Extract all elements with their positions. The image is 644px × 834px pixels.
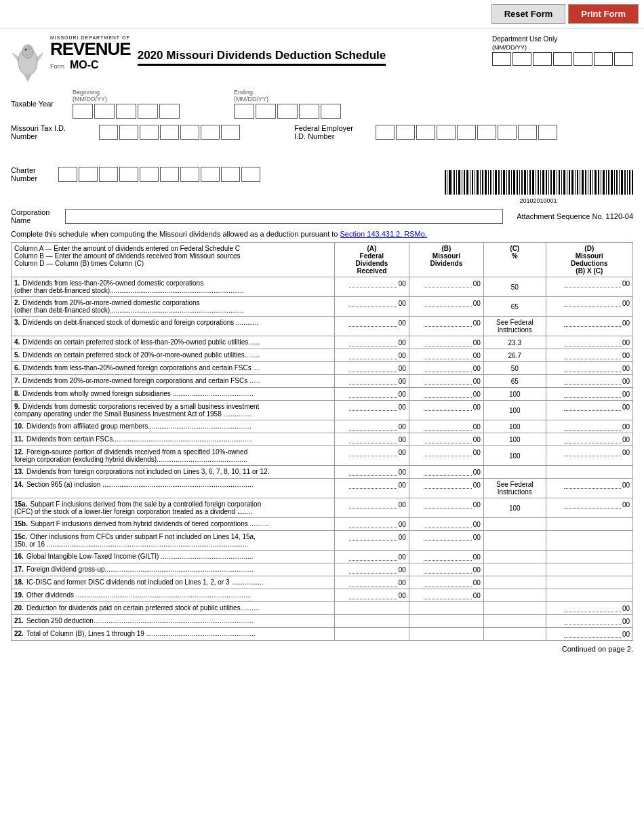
- input-a-16[interactable]: [349, 520, 397, 528]
- row-col-a-7[interactable]: 00: [334, 375, 409, 388]
- fed-id-box-4[interactable]: [437, 125, 456, 140]
- charter-box-8[interactable]: [201, 167, 220, 182]
- dept-box-3[interactable]: [533, 52, 552, 66]
- reset-button[interactable]: Reset Form: [491, 4, 566, 24]
- input-a-4[interactable]: [349, 338, 397, 346]
- row-col-d-5[interactable]: 00: [546, 349, 632, 362]
- row-col-b-1[interactable]: 00: [409, 277, 483, 297]
- row-col-a-14[interactable]: 00: [334, 479, 409, 498]
- input-b-9[interactable]: [424, 403, 472, 411]
- row-col-b-5[interactable]: 00: [409, 349, 483, 362]
- row-col-a-5[interactable]: 00: [334, 349, 409, 362]
- ending-box-2[interactable]: [256, 104, 276, 119]
- input-d-24[interactable]: [564, 630, 621, 638]
- input-a-14[interactable]: [349, 481, 397, 489]
- beginning-box-3[interactable]: [116, 104, 136, 119]
- row-col-d-4[interactable]: 00: [546, 336, 632, 349]
- fed-id-box-5[interactable]: [457, 125, 476, 140]
- input-d-2[interactable]: [564, 299, 621, 307]
- input-a-18[interactable]: [349, 553, 397, 561]
- input-b-16[interactable]: [424, 520, 472, 528]
- row-col-a-13[interactable]: 00: [334, 466, 409, 479]
- row-col-b-17[interactable]: 00: [409, 531, 483, 551]
- input-b-4[interactable]: [424, 338, 472, 346]
- input-d-12[interactable]: [564, 448, 621, 456]
- input-b-14[interactable]: [424, 481, 472, 489]
- dept-box-7[interactable]: [614, 52, 633, 66]
- input-d-14[interactable]: [564, 481, 621, 489]
- ending-box-3[interactable]: [277, 104, 298, 119]
- mo-id-box-3[interactable]: [140, 125, 159, 140]
- input-d-15[interactable]: [564, 500, 621, 509]
- mo-id-box-7[interactable]: [221, 125, 240, 140]
- row-col-b-20[interactable]: 00: [409, 576, 483, 589]
- fed-id-box-9[interactable]: [538, 125, 557, 140]
- charter-box-10[interactable]: [241, 167, 260, 182]
- input-b-7[interactable]: [424, 377, 472, 385]
- input-a-15[interactable]: [349, 500, 397, 509]
- row-col-a-3[interactable]: 00: [334, 317, 409, 336]
- input-d-8[interactable]: [564, 390, 621, 398]
- row-col-d-22[interactable]: 00: [546, 602, 632, 615]
- input-a-6[interactable]: [349, 364, 397, 372]
- fed-id-box-7[interactable]: [498, 125, 517, 140]
- row-col-a-16[interactable]: 00: [334, 518, 409, 531]
- row-col-a-20[interactable]: 00: [334, 576, 409, 589]
- charter-box-6[interactable]: [160, 167, 179, 182]
- input-a-12[interactable]: [349, 448, 397, 456]
- dept-box-1[interactable]: [492, 52, 511, 66]
- input-b-3[interactable]: [424, 319, 472, 327]
- input-b-19[interactable]: [424, 565, 472, 574]
- mo-id-box-4[interactable]: [160, 125, 179, 140]
- input-a-3[interactable]: [349, 319, 397, 327]
- corp-name-input[interactable]: [65, 209, 503, 224]
- dept-box-6[interactable]: [594, 52, 613, 66]
- input-b-12[interactable]: [424, 448, 472, 456]
- row-col-b-18[interactable]: 00: [409, 551, 483, 563]
- ending-box-5[interactable]: [321, 104, 341, 119]
- input-b-10[interactable]: [424, 422, 472, 431]
- input-a-13[interactable]: [349, 468, 397, 476]
- row-col-a-17[interactable]: 00: [334, 531, 409, 551]
- row-col-a-18[interactable]: 00: [334, 551, 409, 563]
- beginning-box-5[interactable]: [159, 104, 180, 119]
- charter-box-4[interactable]: [119, 167, 138, 182]
- row-col-d-14[interactable]: 00: [546, 479, 632, 498]
- row-col-b-6[interactable]: 00: [409, 362, 483, 375]
- row-col-b-4[interactable]: 00: [409, 336, 483, 349]
- input-d-1[interactable]: [564, 279, 621, 287]
- input-d-6[interactable]: [564, 364, 621, 372]
- mo-id-box-6[interactable]: [201, 125, 220, 140]
- input-b-15[interactable]: [424, 500, 472, 509]
- mo-id-box-1[interactable]: [99, 125, 118, 140]
- dept-box-4[interactable]: [553, 52, 572, 66]
- charter-box-5[interactable]: [140, 167, 159, 182]
- row-col-b-2[interactable]: 00: [409, 297, 483, 317]
- input-a-20[interactable]: [349, 578, 397, 587]
- mo-id-box-5[interactable]: [180, 125, 199, 140]
- input-a-11[interactable]: [349, 435, 397, 443]
- input-b-2[interactable]: [424, 299, 472, 307]
- row-col-a-21[interactable]: 00: [334, 589, 409, 602]
- input-d-7[interactable]: [564, 377, 621, 385]
- row-col-d-24[interactable]: 00: [546, 628, 632, 641]
- row-col-d-23[interactable]: 00: [546, 615, 632, 628]
- row-col-a-1[interactable]: 00: [334, 277, 409, 297]
- input-d-4[interactable]: [564, 338, 621, 346]
- fed-id-box-6[interactable]: [477, 125, 496, 140]
- input-b-13[interactable]: [424, 468, 472, 476]
- charter-box-3[interactable]: [99, 167, 118, 182]
- input-a-1[interactable]: [349, 279, 397, 287]
- row-col-b-11[interactable]: 00: [409, 433, 483, 446]
- row-col-a-12[interactable]: 00: [334, 446, 409, 466]
- fed-id-box-1[interactable]: [376, 125, 395, 140]
- input-b-11[interactable]: [424, 435, 472, 443]
- row-col-b-12[interactable]: 00: [409, 446, 483, 466]
- row-col-a-15[interactable]: 00: [334, 498, 409, 518]
- beginning-box-2[interactable]: [94, 104, 115, 119]
- row-col-d-2[interactable]: 00: [546, 297, 632, 317]
- row-col-b-10[interactable]: 00: [409, 420, 483, 433]
- row-col-b-9[interactable]: 00: [409, 401, 483, 420]
- fed-id-box-3[interactable]: [416, 125, 435, 140]
- instructions-link[interactable]: Section 143.431.2, RSMo.: [340, 230, 427, 238]
